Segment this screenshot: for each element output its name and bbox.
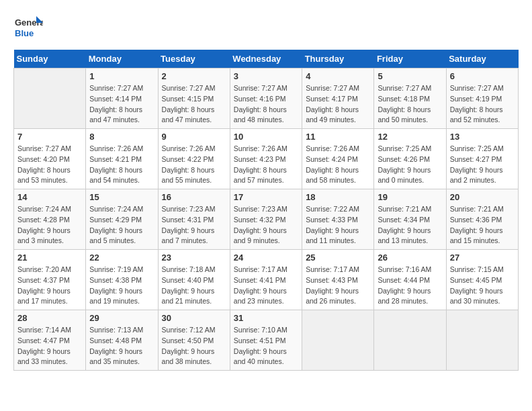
calendar-header-tuesday: Tuesday	[158, 50, 230, 68]
calendar-cell: 17Sunrise: 7:23 AMSunset: 4:32 PMDayligh…	[230, 189, 302, 250]
day-info: Sunrise: 7:27 AMSunset: 4:15 PMDaylight:…	[162, 83, 226, 126]
day-number: 7	[17, 132, 82, 142]
calendar-header-sunday: Sunday	[14, 50, 86, 68]
day-number: 23	[162, 253, 226, 263]
day-number: 8	[89, 132, 154, 142]
calendar-header-wednesday: Wednesday	[230, 50, 302, 68]
day-info: Sunrise: 7:23 AMSunset: 4:31 PMDaylight:…	[162, 204, 226, 246]
day-info: Sunrise: 7:27 AMSunset: 4:16 PMDaylight:…	[234, 83, 298, 126]
calendar-cell: 24Sunrise: 7:17 AMSunset: 4:41 PMDayligh…	[230, 250, 302, 310]
day-number: 4	[306, 71, 370, 81]
day-info: Sunrise: 7:22 AMSunset: 4:33 PMDaylight:…	[306, 204, 370, 246]
calendar-cell: 3Sunrise: 7:27 AMSunset: 4:16 PMDaylight…	[230, 68, 302, 129]
calendar-cell: 15Sunrise: 7:24 AMSunset: 4:29 PMDayligh…	[86, 189, 158, 250]
calendar-cell	[374, 310, 446, 371]
day-info: Sunrise: 7:24 AMSunset: 4:28 PMDaylight:…	[17, 204, 82, 246]
day-info: Sunrise: 7:12 AMSunset: 4:50 PMDaylight:…	[162, 325, 226, 367]
day-info: Sunrise: 7:10 AMSunset: 4:51 PMDaylight:…	[234, 325, 298, 367]
calendar-cell: 14Sunrise: 7:24 AMSunset: 4:28 PMDayligh…	[14, 189, 86, 250]
day-number: 24	[234, 253, 298, 263]
day-number: 25	[306, 253, 370, 263]
calendar-cell: 27Sunrise: 7:15 AMSunset: 4:45 PMDayligh…	[446, 250, 518, 310]
calendar-cell: 30Sunrise: 7:12 AMSunset: 4:50 PMDayligh…	[158, 310, 230, 371]
day-number: 30	[162, 313, 226, 323]
day-number: 22	[89, 253, 154, 263]
calendar-cell: 18Sunrise: 7:22 AMSunset: 4:33 PMDayligh…	[302, 189, 374, 250]
calendar-header-saturday: Saturday	[446, 50, 518, 68]
calendar-cell	[302, 310, 374, 371]
day-info: Sunrise: 7:26 AMSunset: 4:23 PMDaylight:…	[234, 144, 298, 186]
day-info: Sunrise: 7:25 AMSunset: 4:27 PMDaylight:…	[450, 144, 515, 186]
day-number: 12	[378, 132, 442, 142]
calendar-cell: 5Sunrise: 7:27 AMSunset: 4:18 PMDaylight…	[374, 68, 446, 129]
day-info: Sunrise: 7:23 AMSunset: 4:32 PMDaylight:…	[234, 204, 298, 246]
day-number: 3	[234, 71, 298, 81]
calendar-cell: 20Sunrise: 7:21 AMSunset: 4:36 PMDayligh…	[446, 189, 518, 250]
day-info: Sunrise: 7:15 AMSunset: 4:45 PMDaylight:…	[450, 265, 515, 307]
day-info: Sunrise: 7:26 AMSunset: 4:21 PMDaylight:…	[89, 144, 154, 186]
calendar-cell: 31Sunrise: 7:10 AMSunset: 4:51 PMDayligh…	[230, 310, 302, 371]
day-number: 16	[162, 192, 226, 202]
day-info: Sunrise: 7:14 AMSunset: 4:47 PMDaylight:…	[17, 325, 82, 367]
day-info: Sunrise: 7:27 AMSunset: 4:19 PMDaylight:…	[450, 83, 515, 126]
day-number: 10	[234, 132, 298, 142]
day-info: Sunrise: 7:27 AMSunset: 4:20 PMDaylight:…	[17, 144, 82, 186]
day-number: 28	[17, 313, 82, 323]
day-number: 18	[306, 192, 370, 202]
day-number: 2	[162, 71, 226, 81]
calendar-week-row: 7Sunrise: 7:27 AMSunset: 4:20 PMDaylight…	[14, 129, 519, 189]
calendar-cell: 6Sunrise: 7:27 AMSunset: 4:19 PMDaylight…	[446, 68, 518, 129]
day-number: 6	[450, 71, 515, 81]
calendar-cell: 2Sunrise: 7:27 AMSunset: 4:15 PMDaylight…	[158, 68, 230, 129]
day-number: 1	[89, 71, 154, 81]
calendar-cell: 16Sunrise: 7:23 AMSunset: 4:31 PMDayligh…	[158, 189, 230, 250]
calendar-cell: 19Sunrise: 7:21 AMSunset: 4:34 PMDayligh…	[374, 189, 446, 250]
day-number: 21	[17, 253, 82, 263]
svg-text:Blue: Blue	[15, 28, 34, 38]
logo: General Blue	[13, 13, 43, 43]
day-info: Sunrise: 7:21 AMSunset: 4:36 PMDaylight:…	[450, 204, 515, 246]
calendar-cell: 29Sunrise: 7:13 AMSunset: 4:48 PMDayligh…	[86, 310, 158, 371]
calendar-cell: 9Sunrise: 7:26 AMSunset: 4:22 PMDaylight…	[158, 129, 230, 189]
day-info: Sunrise: 7:27 AMSunset: 4:17 PMDaylight:…	[306, 83, 370, 126]
day-number: 17	[234, 192, 298, 202]
calendar-week-row: 14Sunrise: 7:24 AMSunset: 4:28 PMDayligh…	[14, 189, 519, 250]
day-info: Sunrise: 7:21 AMSunset: 4:34 PMDaylight:…	[378, 204, 442, 246]
day-info: Sunrise: 7:19 AMSunset: 4:38 PMDaylight:…	[89, 265, 154, 307]
day-info: Sunrise: 7:17 AMSunset: 4:41 PMDaylight:…	[234, 265, 298, 307]
calendar-week-row: 28Sunrise: 7:14 AMSunset: 4:47 PMDayligh…	[14, 310, 519, 371]
calendar-cell: 23Sunrise: 7:18 AMSunset: 4:40 PMDayligh…	[158, 250, 230, 310]
day-number: 29	[89, 313, 154, 323]
day-number: 31	[234, 313, 298, 323]
day-info: Sunrise: 7:17 AMSunset: 4:43 PMDaylight:…	[306, 265, 370, 307]
day-info: Sunrise: 7:13 AMSunset: 4:48 PMDaylight:…	[89, 325, 154, 367]
day-number: 13	[450, 132, 515, 142]
calendar-cell: 4Sunrise: 7:27 AMSunset: 4:17 PMDaylight…	[302, 68, 374, 129]
calendar-header-monday: Monday	[86, 50, 158, 68]
day-number: 20	[450, 192, 515, 202]
calendar-header-thursday: Thursday	[302, 50, 374, 68]
day-number: 9	[162, 132, 226, 142]
day-info: Sunrise: 7:27 AMSunset: 4:14 PMDaylight:…	[89, 83, 154, 126]
logo-svg: General Blue	[13, 13, 43, 43]
day-number: 26	[378, 253, 442, 263]
day-number: 5	[378, 71, 442, 81]
page-header: General Blue	[13, 13, 519, 43]
calendar-week-row: 21Sunrise: 7:20 AMSunset: 4:37 PMDayligh…	[14, 250, 519, 310]
day-info: Sunrise: 7:26 AMSunset: 4:22 PMDaylight:…	[162, 144, 226, 186]
day-number: 11	[306, 132, 370, 142]
calendar-cell: 8Sunrise: 7:26 AMSunset: 4:21 PMDaylight…	[86, 129, 158, 189]
day-info: Sunrise: 7:27 AMSunset: 4:18 PMDaylight:…	[378, 83, 442, 126]
day-info: Sunrise: 7:16 AMSunset: 4:44 PMDaylight:…	[378, 265, 442, 307]
day-info: Sunrise: 7:24 AMSunset: 4:29 PMDaylight:…	[89, 204, 154, 246]
day-info: Sunrise: 7:20 AMSunset: 4:37 PMDaylight:…	[17, 265, 82, 307]
calendar-cell	[446, 310, 518, 371]
calendar-cell: 26Sunrise: 7:16 AMSunset: 4:44 PMDayligh…	[374, 250, 446, 310]
calendar-cell: 28Sunrise: 7:14 AMSunset: 4:47 PMDayligh…	[14, 310, 86, 371]
calendar-cell: 10Sunrise: 7:26 AMSunset: 4:23 PMDayligh…	[230, 129, 302, 189]
calendar-week-row: 1Sunrise: 7:27 AMSunset: 4:14 PMDaylight…	[14, 68, 519, 129]
day-info: Sunrise: 7:25 AMSunset: 4:26 PMDaylight:…	[378, 144, 442, 186]
calendar-cell: 12Sunrise: 7:25 AMSunset: 4:26 PMDayligh…	[374, 129, 446, 189]
day-number: 27	[450, 253, 515, 263]
calendar-table: SundayMondayTuesdayWednesdayThursdayFrid…	[13, 50, 519, 371]
